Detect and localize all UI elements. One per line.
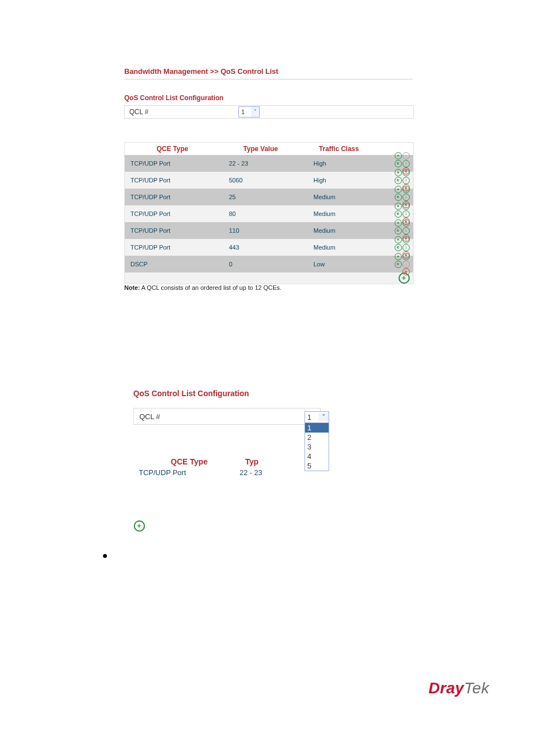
insert-before-icon[interactable]: +: [395, 219, 402, 227]
qce-table: QCE Type Type Value Traffic Class TCP/UD…: [124, 142, 414, 284]
table-row: TCP/UDP Port22 - 23High+↑e↓×: [125, 155, 413, 172]
qcl-select-open-value: 1: [305, 412, 318, 422]
edit-icon[interactable]: e: [395, 244, 402, 251]
logo-tek: Tek: [464, 679, 489, 697]
col-qce-type: QCE Type: [125, 145, 220, 153]
add-icon[interactable]: +: [399, 273, 410, 284]
cell-qce-type: TCP/UDP Port: [125, 177, 226, 184]
cell-type-value-zoom: 22 - 23: [240, 468, 262, 477]
cell-type-value: 80: [226, 210, 310, 217]
cell-type-value: 22 - 23: [226, 160, 310, 167]
table-row: TCP/UDP Port5060High+↑e↓×: [125, 172, 413, 189]
move-up-icon[interactable]: ↑: [402, 169, 410, 176]
logo-dray: Dray: [429, 679, 464, 697]
cell-qce-type: TCP/UDP Port: [125, 227, 226, 234]
qcl-label: QCL #: [125, 108, 238, 116]
cell-traffic-class: High: [310, 177, 389, 184]
col-type-value: Type Value: [220, 145, 301, 153]
chevron-down-icon: ˅: [251, 107, 259, 117]
move-up-icon[interactable]: ↑: [402, 253, 410, 260]
qcl-option[interactable]: 5: [305, 461, 329, 471]
insert-before-icon[interactable]: +: [395, 169, 402, 176]
cell-qce-type: TCP/UDP Port: [125, 194, 226, 200]
qcl-row-zoom: QCL #: [133, 408, 321, 425]
insert-before-icon[interactable]: +: [395, 203, 402, 210]
cell-traffic-class: Medium: [310, 210, 389, 217]
move-up-icon[interactable]: ↑: [402, 236, 410, 243]
table-row: DSCP0Low+↑e↓×: [125, 256, 413, 273]
move-down-icon[interactable]: ↓: [402, 244, 410, 251]
bullet-icon: [103, 554, 107, 558]
qcl-number-row: QCL # 1 ˅: [124, 105, 414, 119]
qcl-option[interactable]: 2: [305, 433, 329, 442]
qcl-option[interactable]: 3: [305, 442, 329, 452]
qcl-label-zoom: QCL #: [134, 412, 307, 421]
move-down-icon[interactable]: ↓: [402, 261, 410, 268]
col-type-value-zoom-left: Typ: [245, 457, 312, 466]
add-row: +: [125, 273, 413, 284]
edit-icon[interactable]: e: [395, 261, 402, 268]
table-row: TCP/UDP Port80Medium+↑e↓×: [125, 205, 413, 222]
cell-type-value: 5060: [226, 177, 310, 184]
edit-icon[interactable]: e: [395, 210, 402, 218]
qcl-select-value: 1: [239, 109, 251, 115]
cell-traffic-class: Low: [310, 261, 389, 267]
cell-qce-type: DSCP: [125, 261, 226, 267]
note-label: Note:: [124, 284, 140, 291]
move-up-icon[interactable]: ↑: [402, 152, 410, 159]
edit-icon[interactable]: e: [395, 227, 402, 234]
qos-config-title-zoom: QoS Control List Configuration: [133, 389, 321, 398]
cell-qce-type-zoom: TCP/UDP Port: [139, 468, 240, 477]
cell-type-value: 443: [226, 244, 310, 251]
qos-config-title: QoS Control List Configuration: [124, 94, 223, 102]
table-row: TCP/UDP Port25Medium+↑e↓×: [125, 189, 413, 205]
insert-before-icon[interactable]: +: [395, 186, 402, 193]
move-down-icon[interactable]: ↓: [402, 160, 410, 167]
draytek-logo: DrayTek: [429, 679, 489, 697]
insert-before-icon[interactable]: +: [395, 236, 402, 243]
row-actions: +↑e↓×: [389, 253, 413, 276]
standalone-add: +: [133, 520, 145, 532]
cell-qce-type: TCP/UDP Port: [125, 160, 226, 167]
qcl-note: Note: A QCL consists of an ordered list …: [124, 284, 282, 291]
insert-before-icon[interactable]: +: [395, 152, 402, 159]
cell-qce-type: TCP/UDP Port: [125, 210, 226, 217]
chevron-down-icon: ˅: [318, 413, 329, 421]
table-row: TCP/UDP Port443Medium+↑e↓×: [125, 239, 413, 256]
cell-traffic-class: High: [310, 160, 389, 167]
table-row-zoom: TCP/UDP Port 22 - 23: [133, 466, 321, 477]
qcl-select[interactable]: 1 ˅: [238, 106, 260, 118]
move-up-icon[interactable]: ↑: [402, 186, 410, 193]
qcl-option[interactable]: 4: [305, 452, 329, 461]
cell-qce-type: TCP/UDP Port: [125, 244, 226, 251]
qcl-config-expanded: QoS Control List Configuration QCL # 1 ˅…: [133, 389, 321, 477]
col-traffic-class: Traffic Class: [301, 145, 377, 153]
qcl-select-open[interactable]: 1 ˅ 12345: [305, 411, 329, 471]
qce-table-header-zoom: QCE Type Typ ue: [133, 457, 321, 466]
move-down-icon[interactable]: ↓: [402, 227, 410, 234]
cell-traffic-class: Medium: [310, 227, 389, 234]
cell-traffic-class: Medium: [310, 194, 389, 200]
move-up-icon[interactable]: ↑: [402, 203, 410, 210]
cell-type-value: 0: [226, 261, 310, 267]
note-text: A QCL consists of an ordered list of up …: [140, 284, 282, 291]
move-down-icon[interactable]: ↓: [402, 210, 410, 218]
cell-type-value: 25: [226, 194, 310, 200]
qcl-option[interactable]: 1: [305, 423, 329, 433]
edit-icon[interactable]: e: [395, 194, 402, 201]
add-icon[interactable]: +: [134, 520, 145, 532]
move-down-icon[interactable]: ↓: [402, 177, 410, 184]
move-up-icon[interactable]: ↑: [402, 219, 410, 227]
breadcrumb: Bandwidth Management >> QoS Control List: [124, 67, 413, 79]
insert-before-icon[interactable]: +: [395, 253, 402, 260]
edit-icon[interactable]: e: [395, 160, 402, 167]
col-qce-type-zoom: QCE Type: [133, 457, 245, 466]
table-row: TCP/UDP Port110Medium+↑e↓×: [125, 222, 413, 239]
cell-type-value: 110: [226, 227, 310, 234]
qce-table-header: QCE Type Type Value Traffic Class: [125, 143, 413, 155]
move-down-icon[interactable]: ↓: [402, 194, 410, 201]
cell-traffic-class: Medium: [310, 244, 389, 251]
edit-icon[interactable]: e: [395, 177, 402, 184]
